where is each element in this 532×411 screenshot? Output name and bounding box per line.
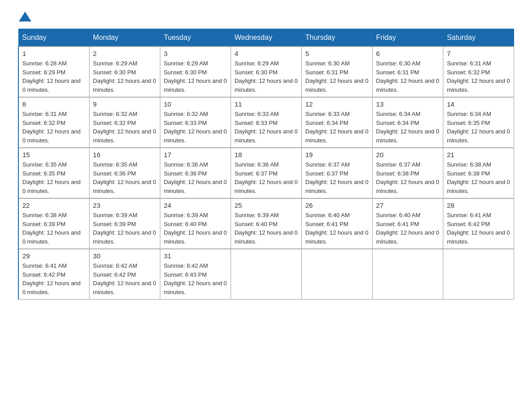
day-info: Sunrise: 6:37 AM Sunset: 6:38 PM Dayligh… bbox=[376, 160, 439, 195]
calendar-cell bbox=[231, 249, 301, 300]
calendar-cell: 7 Sunrise: 6:31 AM Sunset: 6:32 PM Dayli… bbox=[443, 47, 514, 97]
day-number: 12 bbox=[305, 100, 369, 108]
logo-triangle-icon bbox=[19, 12, 31, 21]
day-number: 22 bbox=[22, 201, 86, 209]
day-info: Sunrise: 6:32 AM Sunset: 6:32 PM Dayligh… bbox=[93, 110, 156, 145]
day-info: Sunrise: 6:33 AM Sunset: 6:33 PM Dayligh… bbox=[235, 110, 298, 145]
day-number: 14 bbox=[447, 100, 510, 108]
calendar-week-row: 29 Sunrise: 6:41 AM Sunset: 6:42 PM Dayl… bbox=[18, 249, 514, 300]
calendar-week-row: 1 Sunrise: 6:28 AM Sunset: 6:29 PM Dayli… bbox=[18, 47, 514, 97]
calendar-cell: 28 Sunrise: 6:41 AM Sunset: 6:42 PM Dayl… bbox=[443, 198, 514, 249]
calendar-cell: 30 Sunrise: 6:42 AM Sunset: 6:42 PM Dayl… bbox=[89, 249, 160, 300]
day-info: Sunrise: 6:29 AM Sunset: 6:30 PM Dayligh… bbox=[235, 59, 298, 94]
calendar-week-row: 22 Sunrise: 6:38 AM Sunset: 6:39 PM Dayl… bbox=[18, 198, 514, 249]
calendar-cell: 3 Sunrise: 6:29 AM Sunset: 6:30 PM Dayli… bbox=[160, 47, 231, 97]
calendar-cell: 1 Sunrise: 6:28 AM Sunset: 6:29 PM Dayli… bbox=[18, 47, 89, 97]
day-info: Sunrise: 6:38 AM Sunset: 6:38 PM Dayligh… bbox=[447, 160, 510, 195]
calendar-cell: 22 Sunrise: 6:38 AM Sunset: 6:39 PM Dayl… bbox=[18, 198, 89, 249]
calendar-cell: 19 Sunrise: 6:37 AM Sunset: 6:37 PM Dayl… bbox=[301, 148, 372, 198]
day-info: Sunrise: 6:38 AM Sunset: 6:39 PM Dayligh… bbox=[22, 211, 86, 246]
day-info: Sunrise: 6:39 AM Sunset: 6:40 PM Dayligh… bbox=[235, 211, 298, 246]
day-number: 16 bbox=[93, 151, 156, 158]
day-number: 29 bbox=[22, 252, 86, 260]
day-number: 27 bbox=[376, 201, 439, 209]
calendar-cell: 23 Sunrise: 6:39 AM Sunset: 6:39 PM Dayl… bbox=[89, 198, 160, 249]
day-number: 15 bbox=[22, 151, 86, 158]
day-number: 31 bbox=[164, 252, 227, 260]
day-number: 30 bbox=[93, 252, 156, 260]
day-number: 11 bbox=[235, 100, 298, 108]
day-number: 5 bbox=[305, 50, 369, 57]
header-friday: Friday bbox=[372, 29, 443, 47]
calendar-cell: 14 Sunrise: 6:34 AM Sunset: 6:35 PM Dayl… bbox=[443, 97, 514, 148]
day-number: 9 bbox=[93, 100, 156, 108]
calendar-cell: 31 Sunrise: 6:42 AM Sunset: 6:43 PM Dayl… bbox=[160, 249, 231, 300]
day-info: Sunrise: 6:34 AM Sunset: 6:35 PM Dayligh… bbox=[447, 110, 510, 145]
day-info: Sunrise: 6:32 AM Sunset: 6:33 PM Dayligh… bbox=[164, 110, 227, 145]
calendar-cell: 4 Sunrise: 6:29 AM Sunset: 6:30 PM Dayli… bbox=[231, 47, 301, 97]
header-monday: Monday bbox=[89, 29, 160, 47]
calendar-cell: 27 Sunrise: 6:40 AM Sunset: 6:41 PM Dayl… bbox=[372, 198, 443, 249]
day-number: 6 bbox=[376, 50, 439, 57]
day-info: Sunrise: 6:41 AM Sunset: 6:42 PM Dayligh… bbox=[22, 261, 86, 296]
day-number: 13 bbox=[376, 100, 439, 108]
calendar-cell: 16 Sunrise: 6:35 AM Sunset: 6:36 PM Dayl… bbox=[89, 148, 160, 198]
header-sunday: Sunday bbox=[18, 29, 89, 47]
day-info: Sunrise: 6:28 AM Sunset: 6:29 PM Dayligh… bbox=[22, 59, 86, 94]
calendar-cell bbox=[301, 249, 372, 300]
header-thursday: Thursday bbox=[301, 29, 372, 47]
day-info: Sunrise: 6:42 AM Sunset: 6:42 PM Dayligh… bbox=[93, 261, 156, 296]
day-number: 8 bbox=[22, 100, 86, 108]
day-info: Sunrise: 6:39 AM Sunset: 6:39 PM Dayligh… bbox=[93, 211, 156, 246]
day-info: Sunrise: 6:35 AM Sunset: 6:35 PM Dayligh… bbox=[22, 160, 86, 195]
day-info: Sunrise: 6:40 AM Sunset: 6:41 PM Dayligh… bbox=[376, 211, 439, 246]
calendar-cell: 11 Sunrise: 6:33 AM Sunset: 6:33 PM Dayl… bbox=[231, 97, 301, 148]
day-number: 24 bbox=[164, 201, 227, 209]
calendar-cell: 20 Sunrise: 6:37 AM Sunset: 6:38 PM Dayl… bbox=[372, 148, 443, 198]
calendar-cell: 21 Sunrise: 6:38 AM Sunset: 6:38 PM Dayl… bbox=[443, 148, 514, 198]
calendar-cell bbox=[372, 249, 443, 300]
calendar-cell: 15 Sunrise: 6:35 AM Sunset: 6:35 PM Dayl… bbox=[18, 148, 89, 198]
calendar-cell: 26 Sunrise: 6:40 AM Sunset: 6:41 PM Dayl… bbox=[301, 198, 372, 249]
calendar-cell: 25 Sunrise: 6:39 AM Sunset: 6:40 PM Dayl… bbox=[231, 198, 301, 249]
day-number: 3 bbox=[164, 50, 227, 57]
day-number: 18 bbox=[235, 151, 298, 158]
day-number: 19 bbox=[305, 151, 369, 158]
calendar-cell: 18 Sunrise: 6:36 AM Sunset: 6:37 PM Dayl… bbox=[231, 148, 301, 198]
logo bbox=[18, 13, 31, 20]
day-number: 20 bbox=[376, 151, 439, 158]
day-number: 10 bbox=[164, 100, 227, 108]
day-info: Sunrise: 6:41 AM Sunset: 6:42 PM Dayligh… bbox=[447, 211, 510, 246]
day-info: Sunrise: 6:30 AM Sunset: 6:31 PM Dayligh… bbox=[305, 59, 369, 94]
day-info: Sunrise: 6:36 AM Sunset: 6:36 PM Dayligh… bbox=[164, 160, 227, 195]
calendar-cell: 12 Sunrise: 6:33 AM Sunset: 6:34 PM Dayl… bbox=[301, 97, 372, 148]
day-info: Sunrise: 6:42 AM Sunset: 6:43 PM Dayligh… bbox=[164, 261, 227, 296]
calendar-cell: 10 Sunrise: 6:32 AM Sunset: 6:33 PM Dayl… bbox=[160, 97, 231, 148]
day-info: Sunrise: 6:29 AM Sunset: 6:30 PM Dayligh… bbox=[93, 59, 156, 94]
day-info: Sunrise: 6:29 AM Sunset: 6:30 PM Dayligh… bbox=[164, 59, 227, 94]
header-wednesday: Wednesday bbox=[231, 29, 301, 47]
calendar-week-row: 8 Sunrise: 6:31 AM Sunset: 6:32 PM Dayli… bbox=[18, 97, 514, 148]
calendar-cell: 13 Sunrise: 6:34 AM Sunset: 6:34 PM Dayl… bbox=[372, 97, 443, 148]
calendar-header-row: SundayMondayTuesdayWednesdayThursdayFrid… bbox=[18, 29, 514, 47]
day-info: Sunrise: 6:30 AM Sunset: 6:31 PM Dayligh… bbox=[376, 59, 439, 94]
day-number: 25 bbox=[235, 201, 298, 209]
day-info: Sunrise: 6:33 AM Sunset: 6:34 PM Dayligh… bbox=[305, 110, 369, 145]
day-number: 28 bbox=[447, 201, 510, 209]
day-number: 23 bbox=[93, 201, 156, 209]
calendar-cell: 6 Sunrise: 6:30 AM Sunset: 6:31 PM Dayli… bbox=[372, 47, 443, 97]
calendar-cell: 17 Sunrise: 6:36 AM Sunset: 6:36 PM Dayl… bbox=[160, 148, 231, 198]
day-info: Sunrise: 6:34 AM Sunset: 6:34 PM Dayligh… bbox=[376, 110, 439, 145]
page-header bbox=[18, 13, 514, 20]
day-number: 4 bbox=[235, 50, 298, 57]
calendar-cell: 24 Sunrise: 6:39 AM Sunset: 6:40 PM Dayl… bbox=[160, 198, 231, 249]
calendar-cell: 29 Sunrise: 6:41 AM Sunset: 6:42 PM Dayl… bbox=[18, 249, 89, 300]
day-number: 7 bbox=[447, 50, 510, 57]
day-info: Sunrise: 6:31 AM Sunset: 6:32 PM Dayligh… bbox=[447, 59, 510, 94]
day-number: 21 bbox=[447, 151, 510, 158]
calendar-cell: 9 Sunrise: 6:32 AM Sunset: 6:32 PM Dayli… bbox=[89, 97, 160, 148]
day-info: Sunrise: 6:37 AM Sunset: 6:37 PM Dayligh… bbox=[305, 160, 369, 195]
day-number: 17 bbox=[164, 151, 227, 158]
day-info: Sunrise: 6:36 AM Sunset: 6:37 PM Dayligh… bbox=[235, 160, 298, 195]
calendar-cell: 2 Sunrise: 6:29 AM Sunset: 6:30 PM Dayli… bbox=[89, 47, 160, 97]
